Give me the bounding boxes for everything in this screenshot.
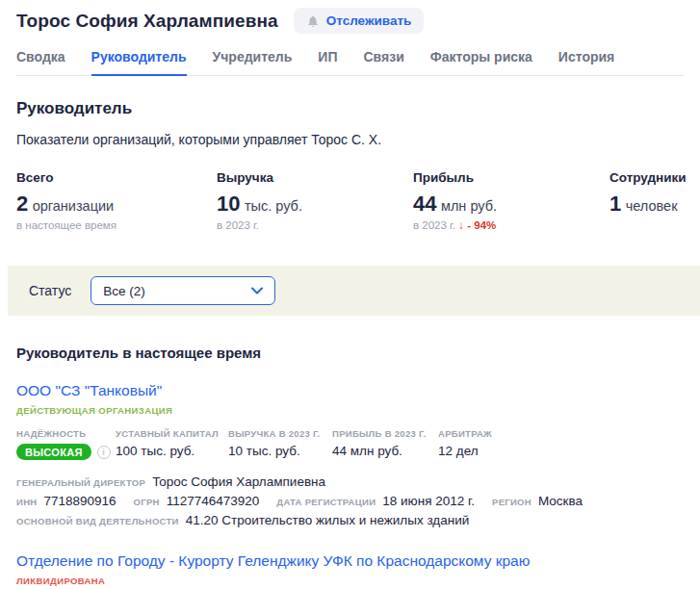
stat-value: 1 <box>609 192 621 216</box>
stat-caption: в настоящее время <box>16 219 217 231</box>
metric-label: АРБИТРАЖ <box>438 428 492 439</box>
kv-label: ИНН <box>16 497 37 507</box>
tab-history[interactable]: История <box>558 45 614 75</box>
company-metrics: НАДЁЖНОСТЬ ВЫСОКАЯ i УСТАВНЫЙ КАПИТАЛ 10… <box>16 428 684 460</box>
org-status-badge: ЛИКВИДИРОВАНА <box>16 576 684 586</box>
stat-label: Всего <box>16 170 217 185</box>
tab-director[interactable]: Руководитель <box>91 45 187 76</box>
company-card-1: ООО "СЗ "Танковый" ДЕЙСТВУЮЩАЯ ОРГАНИЗАЦ… <box>16 382 684 527</box>
tab-summary[interactable]: Сводка <box>16 45 65 75</box>
company-link[interactable]: ООО "СЗ "Танковый" <box>16 382 162 399</box>
stat-total: Всего 2 организации в настоящее время <box>16 170 217 231</box>
metric-value: 10 тыс. руб. <box>228 444 332 458</box>
metric-revenue: ВЫРУЧКА В 2023 Г. 10 тыс. руб. <box>228 428 332 460</box>
stat-delta: ↓ - 94% <box>458 219 496 231</box>
metric-label: ПРИБЫЛЬ В 2023 Г. <box>332 428 438 439</box>
kv-value: 41.20 Строительство жилых и нежилых здан… <box>186 513 469 527</box>
follow-button[interactable]: Отслеживать <box>294 8 425 34</box>
stat-value: 10 <box>217 192 240 216</box>
kv-label: ГЕНЕРАЛЬНЫЙ ДИРЕКТОР <box>16 477 145 488</box>
status-select[interactable]: Все (2) <box>91 276 275 305</box>
company-link[interactable]: Отделение по Городу - Курорту Геленджику… <box>16 552 530 570</box>
metric-value: 44 млн руб. <box>332 444 438 458</box>
stat-unit: человек <box>626 198 678 214</box>
kv-value: Торос София Харлампиевна <box>152 474 325 489</box>
kv-value: 7718890916 <box>43 494 116 508</box>
stat-label: Прибыль <box>413 170 609 185</box>
kv-value: 1127746473920 <box>167 494 260 508</box>
metric-label: УСТАВНЫЙ КАПИТАЛ <box>116 428 228 439</box>
stat-employees: Сотрудники 1 человек <box>609 170 687 231</box>
bell-icon <box>306 14 320 28</box>
tab-bar: Сводка Руководитель Учредитель ИП Связи … <box>16 45 684 76</box>
stat-caption: в 2023 г. <box>413 219 455 231</box>
metric-value: 12 дел <box>438 444 492 458</box>
stat-value: 2 <box>16 192 28 216</box>
org-status-badge: ДЕЙСТВУЮЩАЯ ОРГАНИЗАЦИЯ <box>16 405 684 416</box>
kv-label: ДАТА РЕГИСТРАЦИИ <box>276 497 376 507</box>
metric-value: 100 тыс. руб. <box>116 444 228 458</box>
registry-row: ИНН7718890916 ОГРН1127746473920 ДАТА РЕГ… <box>16 494 684 508</box>
list-heading: Руководитель в настоящее время <box>16 345 684 361</box>
follow-button-label: Отслеживать <box>326 13 412 28</box>
kv-value: Москва <box>538 494 583 508</box>
stats-row: Всего 2 организации в настоящее время Вы… <box>16 170 684 231</box>
kv-label: ОСНОВНОЙ ВИД ДЕЯТЕЛЬНОСТИ <box>16 516 179 526</box>
section-heading: Руководитель <box>16 99 684 118</box>
status-filter-strip: Статус Все (2) <box>8 266 700 316</box>
metric-label: ВЫРУЧКА В 2023 Г. <box>228 428 332 439</box>
stat-unit: организации <box>33 198 115 214</box>
activity-row: ОСНОВНОЙ ВИД ДЕЯТЕЛЬНОСТИ 41.20 Строител… <box>16 513 684 527</box>
page: Торос София Харлампиевна Отслеживать Сво… <box>0 0 700 589</box>
metric-capital: УСТАВНЫЙ КАПИТАЛ 100 тыс. руб. <box>116 428 228 460</box>
stat-label: Сотрудники <box>609 170 687 185</box>
reliability-badge: ВЫСОКАЯ <box>16 444 91 460</box>
page-title: Торос София Харлампиевна <box>16 11 278 32</box>
tab-ip[interactable]: ИП <box>318 45 337 75</box>
stat-unit: млн руб. <box>441 198 497 214</box>
stat-profit: Прибыль 44 млн руб. в 2023 г. ↓ - 94% <box>413 170 609 231</box>
kv-label: РЕГИОН <box>492 497 531 507</box>
director-row: ГЕНЕРАЛЬНЫЙ ДИРЕКТОР Торос София Харламп… <box>16 474 684 489</box>
kv-label: ОГРН <box>134 497 160 507</box>
metric-arbitration: АРБИТРАЖ 12 дел <box>438 428 492 460</box>
stat-value: 44 <box>413 192 436 216</box>
metric-profit: ПРИБЫЛЬ В 2023 Г. 44 млн руб. <box>332 428 438 460</box>
tab-connections[interactable]: Связи <box>363 45 403 75</box>
tab-founder[interactable]: Учредитель <box>213 45 293 75</box>
stat-label: Выручка <box>217 170 413 185</box>
stat-unit: тыс. руб. <box>245 198 302 214</box>
header: Торос София Харлампиевна Отслеживать <box>16 8 684 34</box>
kv-value: 18 июня 2012 г. <box>382 494 475 508</box>
metric-label: НАДЁЖНОСТЬ <box>16 428 116 439</box>
status-filter-label: Статус <box>29 283 71 298</box>
stat-caption: в 2023 г. <box>217 219 413 231</box>
section-subtitle: Показатели организаций, которыми управля… <box>16 132 684 147</box>
chevron-down-icon <box>251 287 263 294</box>
company-card-2: Отделение по Городу - Курорту Геленджику… <box>16 552 684 589</box>
status-select-value: Все (2) <box>103 284 145 298</box>
tab-risk-factors[interactable]: Факторы риска <box>430 45 532 75</box>
info-icon[interactable]: i <box>97 446 111 459</box>
metric-reliability: НАДЁЖНОСТЬ ВЫСОКАЯ i <box>16 428 116 460</box>
stat-revenue: Выручка 10 тыс. руб. в 2023 г. <box>217 170 413 231</box>
